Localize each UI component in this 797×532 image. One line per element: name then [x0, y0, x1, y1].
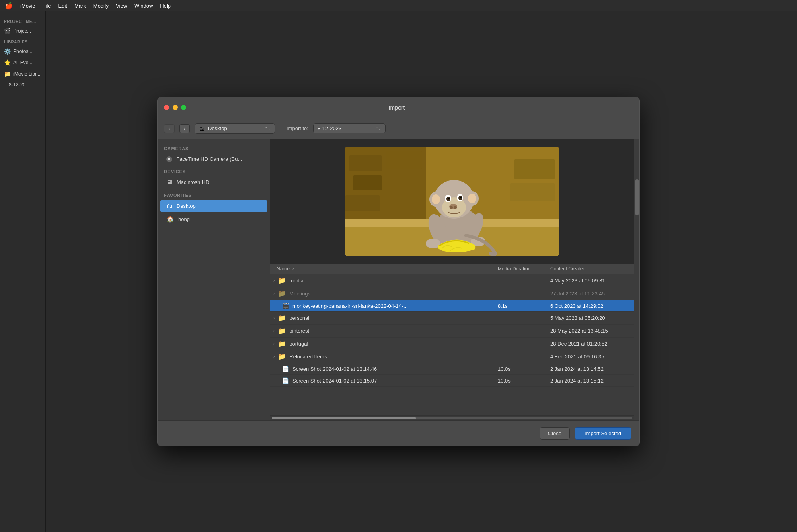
table-row[interactable]: 📄 Screen Shot 2024-01-02 at 13.15.07 10.…: [270, 375, 634, 387]
screenshot-icon: 📄: [282, 366, 289, 372]
close-dialog-button[interactable]: Close: [540, 427, 570, 440]
import-to-arrow: ⌃⌄: [375, 126, 381, 131]
file-name-cell: › 📁 Relocated Items: [270, 353, 493, 360]
expand-icon[interactable]: ›: [273, 291, 275, 296]
expand-icon[interactable]: ›: [273, 278, 275, 283]
file-created: 4 May 2023 at 05:09:31: [545, 278, 634, 284]
preview-svg: [345, 147, 559, 256]
file-created: 4 Feb 2021 at 09:16:35: [545, 354, 634, 360]
apple-menu[interactable]: 🍎: [5, 2, 13, 10]
table-row[interactable]: 🎬 monkey-eating-banana-in-sri-lanka-2022…: [270, 300, 634, 312]
file-name: Screen Shot 2024-01-02 at 13.14.46: [292, 366, 377, 372]
table-row[interactable]: › 📁 Relocated Items 4 Feb 2021 at 09:16:…: [270, 350, 634, 363]
dialog-sidebar: CAMERAS ⏺ FaceTime HD Camera (Bu... DEVI…: [158, 139, 270, 420]
file-name: Meetings: [289, 291, 310, 297]
import-to-label: Import to:: [286, 125, 308, 131]
location-dropdown[interactable]: 🗂 Desktop ⌃⌄: [195, 123, 275, 134]
file-name: personal: [289, 315, 309, 321]
folder-icon-gray: 📁: [278, 353, 286, 360]
photos-item[interactable]: ⚙️ Photos...: [0, 46, 45, 57]
desktop-item[interactable]: 🗂 Desktop: [160, 200, 267, 212]
vertical-scrollbar[interactable]: [634, 139, 639, 420]
library-icon: 📁: [4, 71, 11, 77]
file-name-cell: 📄 Screen Shot 2024-01-02 at 13.14.46: [270, 366, 493, 372]
folder-icon: 🗂: [199, 125, 205, 132]
film-icon: 🎬: [4, 28, 11, 34]
back-button[interactable]: ‹: [164, 124, 175, 133]
imovie-sidebar: PROJECT ME... 🎬 Projec... LIBRARIES ⚙️ P…: [0, 11, 46, 532]
location-dropdown-arrow: ⌃⌄: [264, 126, 271, 131]
import-dialog: Import ‹ › 🗂 Desktop ⌃⌄ Import to: 8-12-…: [157, 97, 640, 446]
file-list[interactable]: › 📁 media 4 May 2023 at 05:09:31 › 📁 Mee…: [270, 274, 634, 415]
file-created: 5 May 2023 at 05:20:20: [545, 315, 634, 321]
facetime-camera-item[interactable]: ⏺ FaceTime HD Camera (Bu...: [160, 153, 267, 165]
svg-rect-7: [353, 175, 382, 190]
date-item[interactable]: 8-12-20...: [0, 80, 45, 90]
forward-button[interactable]: ›: [179, 124, 190, 133]
svg-point-24: [454, 206, 457, 209]
sort-arrow: ∨: [291, 267, 294, 271]
dialog-footer: Close Import Selected: [158, 420, 639, 446]
column-name[interactable]: Name ∨: [270, 266, 493, 272]
photos-label: Photos...: [13, 49, 32, 54]
table-row[interactable]: › 📁 personal 5 May 2023 at 05:20:20: [270, 312, 634, 325]
macintosh-hd-item[interactable]: 🖥 Macintosh HD: [160, 176, 267, 188]
project-item-label: Projec...: [13, 28, 31, 34]
menu-window[interactable]: Window: [134, 3, 153, 9]
table-row[interactable]: › 📁 portugal 28 Dec 2021 at 01:20:52: [270, 338, 634, 350]
hong-item[interactable]: 🏠 hong: [160, 213, 267, 225]
menu-edit[interactable]: Edit: [58, 3, 67, 9]
project-item[interactable]: 🎬 Projec...: [0, 25, 45, 37]
svg-point-23: [450, 206, 453, 209]
import-selected-button[interactable]: Import Selected: [575, 427, 631, 440]
file-name-cell: 📄 Screen Shot 2024-01-02 at 13.15.07: [270, 377, 493, 384]
svg-rect-5: [349, 155, 382, 171]
desktop-label: Desktop: [177, 203, 196, 209]
scrollbar-thumb[interactable]: [272, 417, 416, 419]
menu-modify[interactable]: Modify: [93, 3, 109, 9]
column-created[interactable]: Content Created: [545, 266, 634, 272]
expand-icon[interactable]: ›: [273, 342, 275, 346]
file-name: monkey-eating-banana-in-sri-lanka-2022-0…: [292, 303, 408, 309]
svg-point-14: [432, 194, 440, 204]
menu-imovie[interactable]: iMovie: [20, 3, 35, 9]
file-list-container: Name ∨ Media Duration Content Created: [270, 264, 634, 420]
column-duration[interactable]: Media Duration: [493, 266, 545, 272]
menu-mark[interactable]: Mark: [74, 3, 86, 9]
svg-point-21: [460, 197, 462, 198]
column-duration-label: Media Duration: [498, 266, 530, 272]
screenshot-icon: 📄: [282, 377, 289, 384]
file-created: 27 Jul 2023 at 11:23:45: [545, 291, 634, 297]
table-row[interactable]: › 📁 media 4 May 2023 at 05:09:31: [270, 274, 634, 287]
imovie-library-item[interactable]: 📁 iMovie Libr...: [0, 68, 45, 80]
table-row[interactable]: 📄 Screen Shot 2024-01-02 at 13.14.46 10.…: [270, 363, 634, 375]
location-text: Desktop: [208, 125, 261, 131]
photos-icon: ⚙️: [4, 48, 11, 55]
preview-area: [270, 139, 634, 264]
file-duration: 10.0s: [493, 366, 545, 372]
svg-rect-29: [514, 159, 555, 179]
devices-section-header: DEVICES: [158, 165, 270, 176]
menu-help[interactable]: Help: [160, 3, 171, 9]
folder-icon: 📁: [278, 314, 286, 322]
all-events-item[interactable]: ⭐ All Eve...: [0, 57, 45, 68]
file-created: 28 May 2022 at 13:48:15: [545, 328, 634, 334]
svg-rect-8: [345, 195, 380, 211]
scrollbar-track[interactable]: [272, 417, 632, 419]
table-row[interactable]: › 📁 pinterest 28 May 2022 at 13:48:15: [270, 325, 634, 338]
table-row[interactable]: › 📁 Meetings 27 Jul 2023 at 11:23:45: [270, 287, 634, 300]
file-name: Screen Shot 2024-01-02 at 13.15.07: [292, 378, 377, 384]
file-name-cell: › 📁 personal: [270, 314, 493, 322]
menu-file[interactable]: File: [43, 3, 51, 9]
menu-view[interactable]: View: [116, 3, 127, 9]
expand-icon[interactable]: ›: [273, 329, 275, 333]
expand-icon[interactable]: ›: [273, 316, 275, 320]
expand-icon[interactable]: ›: [273, 354, 275, 359]
dialog-title: Import: [160, 104, 633, 111]
file-name-cell: › 📁 pinterest: [270, 327, 493, 335]
folder-icon: 📁: [278, 277, 286, 284]
camera-icon: ⏺: [166, 156, 172, 162]
file-created: 2 Jan 2024 at 13:15:12: [545, 378, 634, 384]
vertical-scrollbar-thumb[interactable]: [635, 179, 639, 215]
import-to-dropdown[interactable]: 8-12-2023 ⌃⌄: [313, 123, 386, 133]
